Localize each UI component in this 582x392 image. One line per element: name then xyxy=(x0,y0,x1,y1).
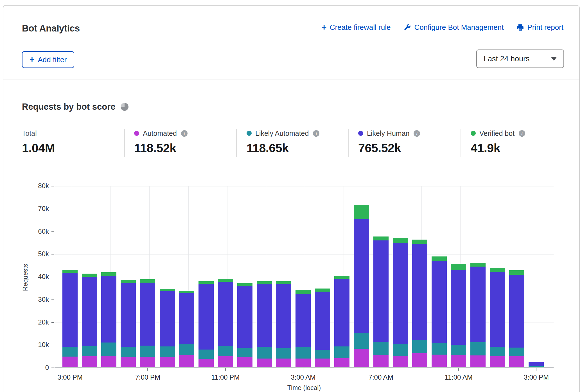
stat-likely-human-label: Likely Human xyxy=(367,129,409,138)
section-title: Requests by bot score xyxy=(22,102,115,112)
bar-group xyxy=(393,238,408,367)
y-axis-tick-label: 0 xyxy=(21,364,49,371)
bar-segment-likely-automated xyxy=(354,333,369,349)
bar-segment-likely-automated xyxy=(315,350,330,359)
bar-group xyxy=(82,274,97,367)
bar-segment-likely-human xyxy=(276,284,291,348)
time-range-select[interactable]: Last 24 hours xyxy=(476,49,564,68)
bar-segment-automated xyxy=(470,355,486,367)
bar-segment-likely-automated xyxy=(393,344,408,356)
bar-segment-likely-human xyxy=(470,267,486,342)
bar-group xyxy=(354,205,369,367)
bar-segment-automated xyxy=(451,355,466,367)
section-heading: Requests by bot score xyxy=(22,102,128,112)
stat-verified-bot-value: 41.9k xyxy=(471,141,525,155)
bar-segment-likely-automated xyxy=(412,340,427,353)
bar-group xyxy=(315,289,330,367)
plus-icon: + xyxy=(322,23,327,31)
y-axis-tick-label: 50k xyxy=(21,250,49,258)
bar-group xyxy=(295,290,311,367)
gridline xyxy=(538,186,538,367)
bar-segment-likely-human xyxy=(295,294,311,347)
bar-segment-verified-bot xyxy=(393,238,408,243)
info-icon[interactable]: i xyxy=(181,130,188,137)
stat-verified-bot: Verified bot i 41.9k xyxy=(471,129,525,155)
gridline xyxy=(55,209,554,209)
y-axis-tick-label: 80k xyxy=(21,182,49,190)
bar-segment-likely-human xyxy=(490,272,505,346)
bar-group xyxy=(101,272,116,367)
bar-segment-likely-human xyxy=(509,275,524,348)
bar-segment-likely-human xyxy=(257,284,272,347)
gridline xyxy=(55,186,554,186)
bar-segment-likely-automated xyxy=(237,348,252,357)
x-axis-tick-label: 3:00 PM xyxy=(57,373,82,381)
stat-automated-value: 118.52k xyxy=(134,141,188,155)
bar-segment-likely-human xyxy=(529,362,544,366)
y-axis-tick xyxy=(51,368,54,368)
bar-segment-verified-bot xyxy=(179,291,194,293)
bar-segment-likely-automated xyxy=(140,346,155,357)
bar-segment-automated xyxy=(432,355,447,367)
bar-segment-likely-human xyxy=(237,286,252,348)
info-icon[interactable]: i xyxy=(414,130,420,137)
bar-segment-verified-bot xyxy=(470,263,486,267)
y-axis-tick-label: 70k xyxy=(21,205,49,213)
bar-segment-likely-automated xyxy=(218,346,233,356)
bar-segment-verified-bot xyxy=(432,256,447,261)
bar-segment-verified-bot xyxy=(198,281,214,284)
bar-segment-automated xyxy=(198,359,214,367)
bar-segment-likely-automated xyxy=(490,347,505,357)
page-title: Bot Analytics xyxy=(22,23,80,34)
bar-segment-verified-bot xyxy=(121,280,136,283)
stat-likely-automated-label: Likely Automated xyxy=(255,129,309,138)
bar-segment-likely-automated xyxy=(509,348,524,356)
bar-group xyxy=(160,289,175,367)
bar-group xyxy=(529,362,544,367)
stat-likely-human-value: 765.52k xyxy=(358,141,420,155)
print-report-link[interactable]: Print report xyxy=(516,23,563,32)
bar-group xyxy=(412,240,427,367)
stat-total-label: Total xyxy=(22,129,37,138)
y-axis-tick xyxy=(51,186,54,186)
bar-segment-likely-automated xyxy=(451,345,466,355)
info-icon[interactable]: i xyxy=(519,130,525,137)
stat-automated: Automated i 118.52k xyxy=(134,129,188,155)
bar-segment-automated xyxy=(315,359,330,367)
time-range-value: Last 24 hours xyxy=(484,55,530,63)
bar-segment-likely-automated xyxy=(373,342,389,355)
bar-segment-verified-bot xyxy=(295,290,311,294)
gridline xyxy=(55,254,554,254)
info-icon[interactable]: i xyxy=(313,130,319,137)
bar-segment-verified-bot xyxy=(257,281,272,284)
pie-chart-icon xyxy=(121,103,128,111)
bar-segment-verified-bot xyxy=(354,205,369,219)
stat-total: Total 1.04M xyxy=(22,129,55,155)
y-axis-tick-label: 60k xyxy=(21,227,49,235)
y-axis-tick-label: 30k xyxy=(21,296,49,303)
bar-group xyxy=(198,281,214,367)
bar-segment-likely-automated xyxy=(198,350,214,359)
bar-group xyxy=(509,270,524,367)
add-filter-button[interactable]: + Add filter xyxy=(22,51,74,68)
bar-group xyxy=(334,276,349,367)
bar-segment-verified-bot xyxy=(140,279,155,283)
bar-group xyxy=(373,236,389,367)
bar-segment-automated xyxy=(82,356,97,367)
bar-segment-automated xyxy=(334,358,349,367)
print-report-label: Print report xyxy=(527,23,563,32)
bar-segment-automated xyxy=(295,359,311,367)
bar-group xyxy=(121,280,136,367)
bar-segment-automated xyxy=(354,349,369,367)
bar-segment-automated xyxy=(509,356,524,367)
bar-segment-likely-human xyxy=(373,240,389,341)
bar-segment-likely-human xyxy=(315,292,330,350)
configure-bot-management-link[interactable]: Configure Bot Management xyxy=(403,23,504,32)
y-axis-tick xyxy=(51,254,54,254)
create-firewall-rule-link[interactable]: + Create firewall rule xyxy=(322,23,391,32)
bar-segment-verified-bot xyxy=(82,274,97,277)
bar-segment-verified-bot xyxy=(529,362,544,362)
configure-bot-management-label: Configure Bot Management xyxy=(414,23,504,32)
bar-segment-likely-human xyxy=(432,261,447,343)
stat-likely-human: Likely Human i 765.52k xyxy=(358,129,420,155)
